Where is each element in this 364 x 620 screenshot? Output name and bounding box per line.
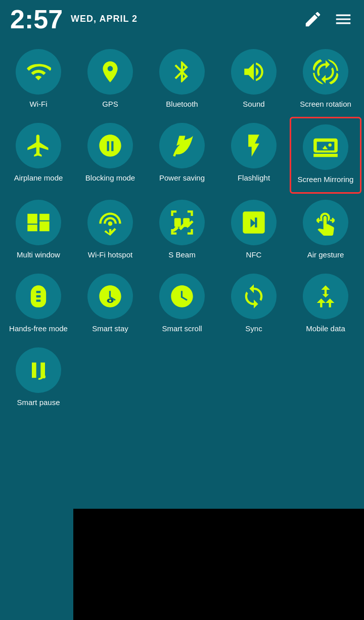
svg-point-8 [42, 375, 46, 379]
smart-stay-label: Smart stay [92, 324, 128, 333]
airplane-mode-icon-circle [16, 123, 61, 168]
air-gesture-icon-circle [303, 200, 348, 245]
qs-screen-mirroring[interactable]: Screen Mirroring [290, 117, 361, 194]
screen-rotation-label: Screen rotation [300, 100, 351, 109]
qs-sync[interactable]: Sync [218, 268, 290, 341]
smart-pause-label: Smart pause [17, 398, 60, 407]
s-beam-label: S Beam [168, 250, 195, 259]
bluetooth-label: Bluetooth [166, 100, 198, 109]
qs-blocking-mode[interactable]: Blocking mode [74, 117, 146, 194]
svg-rect-1 [174, 218, 181, 227]
blocking-mode-label: Blocking mode [85, 173, 135, 183]
qs-sound[interactable]: Sound [218, 43, 290, 117]
qs-multi-window[interactable]: Multi window [3, 194, 74, 268]
qs-nfc[interactable]: NFC [218, 194, 290, 268]
wifi-icon-circle [16, 49, 61, 95]
nfc-icon-circle [231, 200, 277, 245]
screen-rotation-icon-circle [303, 49, 348, 95]
qs-smart-scroll[interactable]: Smart scroll [146, 268, 218, 341]
qs-smart-pause[interactable]: Smart pause [3, 341, 74, 415]
qs-screen-rotation[interactable]: Screen rotation [290, 43, 361, 117]
screen-mirroring-icon-circle [303, 124, 348, 170]
status-bar: 2:57 WED, APRIL 2 [0, 0, 364, 38]
blocking-mode-icon-circle [87, 123, 133, 168]
sound-label: Sound [243, 100, 264, 109]
qs-gps[interactable]: GPS [74, 43, 146, 117]
qs-wifi[interactable]: Wi-Fi [3, 43, 74, 117]
screen-mirroring-label: Screen Mirroring [298, 175, 354, 184]
sound-icon-circle [231, 49, 277, 95]
multi-window-label: Multi window [17, 250, 60, 259]
date: WED, APRIL 2 [71, 14, 138, 24]
qs-air-gesture[interactable]: Air gesture [290, 194, 361, 268]
status-icons [303, 10, 354, 29]
gps-label: GPS [102, 100, 118, 109]
smart-pause-icon-circle [16, 347, 61, 393]
s-beam-icon-circle [159, 200, 205, 245]
sync-label: Sync [245, 324, 262, 333]
edit-icon [303, 10, 323, 29]
qs-flashlight[interactable]: Flashlight [218, 117, 290, 194]
smart-stay-icon-circle [87, 274, 133, 319]
wifi-hotspot-label: Wi-Fi hotspot [88, 250, 132, 259]
nfc-label: NFC [246, 250, 262, 259]
air-gesture-label: Air gesture [307, 250, 344, 259]
qs-bluetooth[interactable]: Bluetooth [146, 43, 218, 117]
power-saving-icon-circle [159, 123, 205, 168]
qs-smart-stay[interactable]: Smart stay [74, 268, 146, 341]
qs-hands-free[interactable]: Hands-free mode [3, 268, 74, 341]
qs-power-saving[interactable]: Power saving [146, 117, 218, 194]
smart-scroll-icon-circle [159, 274, 205, 319]
svg-point-3 [37, 287, 40, 290]
gps-icon-circle [87, 49, 133, 95]
airplane-mode-label: Airplane mode [14, 173, 63, 183]
svg-point-0 [328, 143, 332, 147]
flashlight-label: Flashlight [238, 173, 270, 183]
svg-point-5 [109, 300, 111, 302]
bottom-black-area [73, 509, 364, 620]
hands-free-label: Hands-free mode [9, 324, 68, 333]
qs-airplane-mode[interactable]: Airplane mode [3, 117, 74, 194]
smart-scroll-label: Smart scroll [162, 324, 202, 333]
wifi-hotspot-icon-circle [87, 200, 133, 245]
svg-rect-2 [183, 218, 190, 227]
flashlight-icon-circle [231, 123, 277, 168]
menu-icon[interactable] [333, 10, 354, 29]
qs-mobile-data[interactable]: Mobile data [290, 268, 361, 341]
qs-s-beam[interactable]: S Beam [146, 194, 218, 268]
power-saving-label: Power saving [159, 173, 205, 183]
sync-icon-circle [231, 274, 277, 319]
quick-settings-grid: Wi-Fi GPS Bluetooth Sound [0, 38, 364, 420]
mobile-data-label: Mobile data [306, 324, 345, 333]
svg-rect-6 [32, 363, 36, 378]
clock: 2:57 [10, 6, 63, 32]
bluetooth-icon-circle [159, 49, 205, 95]
hands-free-icon-circle [16, 274, 61, 319]
mobile-data-icon-circle [303, 274, 348, 319]
wifi-label: Wi-Fi [30, 100, 48, 109]
qs-wifi-hotspot[interactable]: Wi-Fi hotspot [74, 194, 146, 268]
multi-window-icon-circle [16, 200, 61, 245]
